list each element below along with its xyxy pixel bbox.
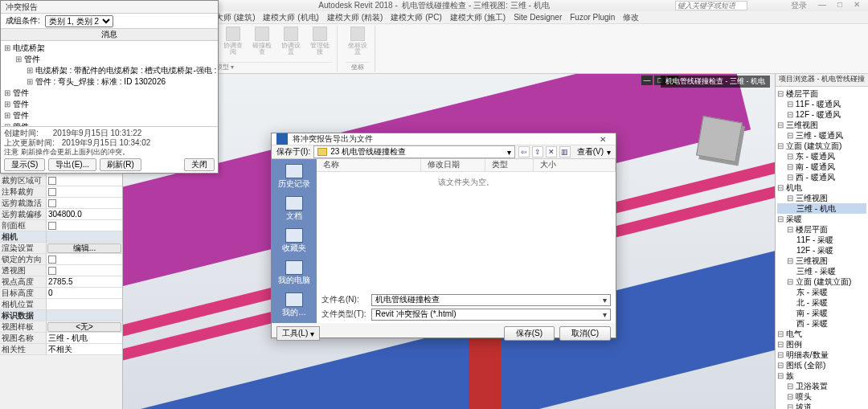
property-checkbox[interactable] xyxy=(47,186,122,197)
browser-node[interactable]: 族 xyxy=(777,370,866,381)
conflict-tree-node[interactable]: 电缆桥架 xyxy=(4,43,215,54)
property-checkbox[interactable] xyxy=(47,175,122,186)
conflict-tree-node[interactable]: 管件 xyxy=(4,110,215,121)
conflict-tree-node[interactable]: 管件 xyxy=(4,88,215,99)
nav-newfolder-icon[interactable]: ▥ xyxy=(559,146,571,157)
checkbox-icon[interactable] xyxy=(48,188,56,196)
ribbon-button[interactable]: 协调查阅 xyxy=(221,26,245,56)
checkbox-icon[interactable] xyxy=(48,222,56,230)
property-value[interactable]: 不相关 xyxy=(47,344,122,354)
property-checkbox[interactable] xyxy=(47,220,122,231)
checkbox-icon[interactable] xyxy=(48,177,56,185)
nav-up-icon[interactable]: ⇪ xyxy=(532,146,543,157)
ribbon-button[interactable]: 管理链接 xyxy=(308,26,332,56)
browser-node[interactable]: 楼层平面 xyxy=(777,224,866,235)
browser-node[interactable]: 12F - 暖通风 xyxy=(777,109,866,120)
browser-node[interactable]: 11F - 暖通风 xyxy=(777,99,866,109)
ribbon-tab[interactable]: 建模大师 (施工) xyxy=(450,12,506,23)
browser-node[interactable]: 坡道 xyxy=(777,402,866,409)
ribbon-button[interactable]: 碰撞检查 xyxy=(250,26,274,56)
browser-node[interactable]: 三维视图 xyxy=(777,120,866,130)
browser-node[interactable]: 西 - 暖通风 xyxy=(777,172,866,182)
col-name[interactable]: 名称 xyxy=(317,159,421,171)
conflict-tree-node[interactable]: 管件 xyxy=(4,99,215,110)
browser-node[interactable]: 图纸 (全部) xyxy=(777,360,866,370)
col-size[interactable]: 大小 xyxy=(534,159,616,171)
property-edit-button[interactable]: 编辑... xyxy=(47,243,121,253)
nav-back-icon[interactable]: ⇦ xyxy=(518,146,530,157)
export-button[interactable]: 导出(E)... xyxy=(48,158,96,171)
property-value[interactable] xyxy=(47,231,122,242)
ribbon-tab[interactable]: 建模大师 (PC) xyxy=(391,12,441,23)
browser-node[interactable]: 楼层平面 xyxy=(777,88,866,99)
ribbon-tab[interactable]: 修改 xyxy=(623,12,639,23)
property-value[interactable]: 2785.5 xyxy=(47,276,122,287)
file-list[interactable]: 名称 修改日期 类型 大小 该文件夹为空。 文件名(N): 机电管线碰撞检查▾ … xyxy=(317,159,616,323)
browser-node[interactable]: 东 - 采暖 xyxy=(777,287,866,297)
browser-node[interactable]: 采暖 xyxy=(777,214,866,224)
ribbon-button[interactable]: 坐标设置 xyxy=(346,26,370,56)
conflict-tree-node[interactable]: 管件 xyxy=(4,54,215,65)
window-close-icon[interactable]: ✕ xyxy=(850,0,863,11)
filetype-select[interactable]: Revit 冲突报告 (*.html)▾ xyxy=(371,309,611,321)
window-max-icon[interactable]: □ xyxy=(834,0,845,11)
checkbox-icon[interactable] xyxy=(48,256,56,264)
browser-node[interactable]: 明细表/数量 xyxy=(777,350,866,360)
cancel-button[interactable]: 取消(C) xyxy=(559,326,611,341)
browser-node[interactable]: 东 - 暖通风 xyxy=(777,151,866,162)
checkbox-icon[interactable] xyxy=(48,199,56,207)
browser-node[interactable]: 三维 - 暖通风 xyxy=(777,130,866,141)
refresh-button[interactable]: 刷新(R) xyxy=(100,158,141,171)
browser-node[interactable]: 北 - 采暖 xyxy=(777,297,866,308)
checkbox-icon[interactable] xyxy=(48,267,56,275)
ribbon-tab[interactable]: Site Designer xyxy=(514,13,562,22)
browser-node[interactable]: 三维视图 xyxy=(777,193,866,203)
property-value[interactable] xyxy=(47,299,122,309)
places-item[interactable]: 我的… xyxy=(282,292,306,318)
browser-node[interactable]: 机电 xyxy=(777,182,866,193)
view-min-icon[interactable]: — xyxy=(641,76,653,85)
help-search-input[interactable] xyxy=(675,1,747,10)
ribbon-button[interactable]: 协调设置 xyxy=(279,26,303,56)
places-item[interactable]: 历史记录 xyxy=(278,164,310,190)
filename-input[interactable]: 机电管线碰撞检查▾ xyxy=(371,294,611,306)
nav-del-icon[interactable]: ✕ xyxy=(546,146,557,157)
group-by-select[interactable]: 类别 1, 类别 2 xyxy=(45,15,113,27)
property-value[interactable]: 0 xyxy=(47,288,122,298)
property-edit-button[interactable]: <无> xyxy=(47,322,121,332)
close-button[interactable]: 关闭 xyxy=(184,158,215,171)
col-type[interactable]: 类型 xyxy=(485,159,534,171)
browser-node[interactable]: 12F - 采暖 xyxy=(777,245,866,256)
property-value[interactable]: 304800.0 xyxy=(47,209,122,219)
dialog-close-icon[interactable]: ✕ xyxy=(595,135,611,144)
ribbon-tab[interactable]: 建模大师 (机电) xyxy=(263,12,318,23)
browser-node[interactable]: 电气 xyxy=(777,329,866,339)
ribbon-tab[interactable]: 建模大师 (精装) xyxy=(327,12,383,23)
browser-node[interactable]: 立面 (建筑立面) xyxy=(777,141,866,151)
user-login[interactable]: 登录 xyxy=(788,0,810,11)
property-checkbox[interactable] xyxy=(47,198,122,208)
browser-node[interactable]: 南 - 采暖 xyxy=(777,308,866,318)
property-checkbox[interactable] xyxy=(47,254,122,264)
places-item[interactable]: 我的电脑 xyxy=(278,260,310,286)
property-value[interactable] xyxy=(47,310,122,321)
conflict-tree-node[interactable]: 电缆桥架 : 带配件的电缆桥架 : 槽式电缆桥架-强电 : ID 1273616 xyxy=(4,65,215,76)
browser-node[interactable]: 西 - 采暖 xyxy=(777,318,866,329)
places-item[interactable]: 文档 xyxy=(285,196,303,222)
property-checkbox[interactable] xyxy=(47,265,122,276)
conflict-tree[interactable]: 电缆桥架管件电缆桥架 : 带配件的电缆桥架 : 槽式电缆桥架-强电 : ID 1… xyxy=(1,41,218,126)
show-button[interactable]: 显示(S) xyxy=(4,158,45,171)
browser-node[interactable]: 南 - 暖通风 xyxy=(777,162,866,172)
window-min-icon[interactable]: — xyxy=(815,0,829,11)
browser-node[interactable]: 11F - 采暖 xyxy=(777,235,866,245)
browser-node[interactable]: 三维 - 采暖 xyxy=(777,266,866,276)
places-item[interactable]: 收藏夹 xyxy=(282,228,306,254)
save-button[interactable]: 保存(S) xyxy=(504,326,555,341)
tools-menu[interactable]: 工具(L) ▾ xyxy=(276,326,320,341)
browser-node[interactable]: 三维视图 xyxy=(777,256,866,266)
browser-node[interactable]: 立面 (建筑立面) xyxy=(777,276,866,287)
views-menu[interactable]: 查看(V) xyxy=(577,146,604,157)
browser-node[interactable]: 喷头 xyxy=(777,391,866,402)
browser-node[interactable]: 卫浴装置 xyxy=(777,381,866,391)
col-date[interactable]: 修改日期 xyxy=(421,159,485,171)
